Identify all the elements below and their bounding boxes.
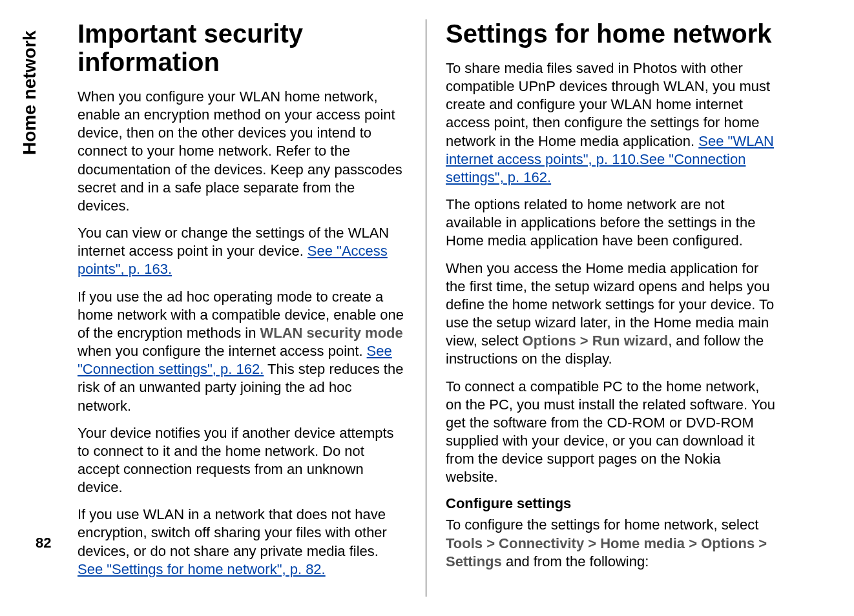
paragraph: If you use WLAN in a network that does n… [78,506,406,579]
breadcrumb-separator: > [685,535,701,551]
menu-path-run-wizard: Run wizard [592,333,668,349]
text: If you use WLAN in a network that does n… [78,506,387,559]
menu-path-home-media: Home media [600,535,685,551]
menu-path-wlan-security-mode: WLAN security mode [260,325,403,341]
subheading-configure-settings: Configure settings [446,495,775,512]
document-page: Home network 82 Important security infor… [0,0,854,616]
breadcrumb-separator: > [483,535,499,551]
paragraph: To configure the settings for home netwo… [446,516,775,570]
paragraph: You can view or change the settings of t… [78,224,406,278]
breadcrumb-separator: > [755,535,767,551]
menu-path-options-2: Options [701,535,755,551]
menu-path-settings: Settings [446,553,502,570]
section-label: Home network [19,30,40,155]
heading-settings-home-network: Settings for home network [446,19,775,48]
menu-path-options: Options [523,333,576,349]
paragraph: To connect a compatible PC to the home n… [446,378,775,487]
menu-path-tools: Tools [446,535,483,551]
text: when you configure the internet access p… [78,343,367,359]
paragraph: If you use the ad hoc operating mode to … [78,288,406,415]
paragraph: To share media files saved in Photos wit… [446,59,775,187]
text: To configure the settings for home netwo… [446,517,758,533]
paragraph: Your device notifies you if another devi… [78,424,406,497]
right-column: Settings for home network To share media… [426,19,788,597]
paragraph: The options related to home network are … [446,196,775,250]
breadcrumb-separator: > [584,535,600,551]
paragraph: When you configure your WLAN home networ… [78,88,406,215]
left-column: Important security information When you … [65,19,426,597]
heading-security-info: Important security information [78,19,406,76]
text: and from the following: [502,553,649,570]
two-column-layout: Important security information When you … [65,19,828,597]
breadcrumb-separator: > [576,333,592,349]
link-settings-home-network[interactable]: See "Settings for home network", p. 82. [78,561,326,577]
page-number: 82 [36,535,51,551]
menu-path-connectivity: Connectivity [499,535,584,551]
paragraph: When you access the Home media applicati… [446,260,775,369]
